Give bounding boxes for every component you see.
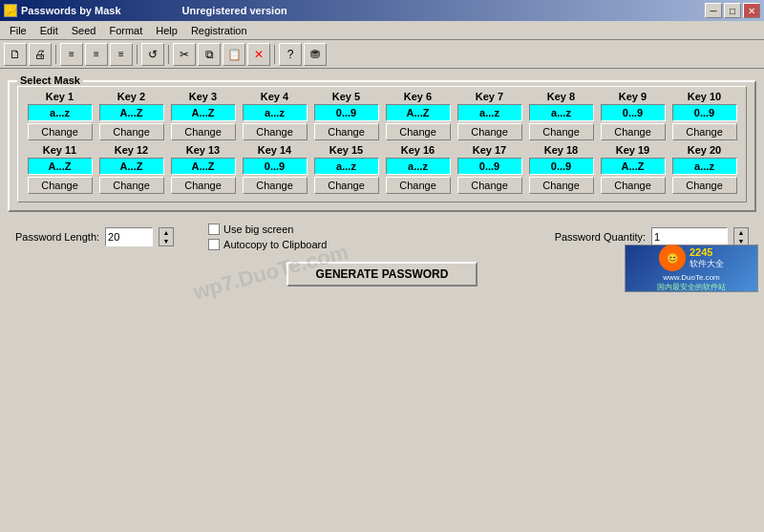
autocopy-row: Autocopy to Clipboard	[208, 239, 327, 250]
ad-url: www.DuoTe.com	[663, 273, 720, 282]
key-6-change-button[interactable]: Change	[386, 123, 451, 140]
key-18-value: 0...9	[529, 158, 594, 175]
key-11-change-button[interactable]: Change	[28, 177, 93, 194]
undo-button[interactable]: ↺	[141, 43, 164, 66]
ad-icon: 😊	[659, 245, 686, 271]
key-10-label: Key 10	[688, 91, 721, 102]
password-length-group: Password Length: 20 ▲ ▼	[15, 227, 174, 246]
key-cell-1: Key 1 a...z Change	[26, 91, 94, 140]
copy-button[interactable]: ⧉	[198, 43, 221, 66]
password-quantity-input[interactable]: 1	[651, 227, 728, 246]
key-cell-4: Key 4 a...z Change	[241, 91, 308, 140]
key-15-change-button[interactable]: Change	[314, 177, 379, 194]
close-button[interactable]: ✕	[743, 3, 760, 18]
key-16-value: a...z	[386, 158, 451, 175]
password-quantity-label: Password Quantity:	[555, 231, 646, 243]
autocopy-checkbox[interactable]	[208, 239, 220, 250]
key-15-label: Key 15	[329, 144, 363, 156]
key-cell-10: Key 10 0...9 Change	[670, 91, 738, 140]
app-title: Passwords by Mask	[21, 5, 121, 16]
delete-button[interactable]: ✕	[247, 43, 270, 66]
ad-logo: 2245	[690, 246, 724, 258]
key-6-label: Key 6	[404, 91, 432, 102]
key-4-change-button[interactable]: Change	[243, 123, 308, 140]
key-20-change-button[interactable]: Change	[672, 177, 737, 194]
separator-2	[137, 45, 138, 64]
new-button[interactable]: 🗋	[4, 43, 27, 66]
key-cell-3: Key 3 A...Z Change	[169, 91, 237, 140]
key-1-change-button[interactable]: Change	[28, 123, 93, 140]
menu-file[interactable]: File	[4, 23, 32, 38]
key-19-value: A...Z	[601, 158, 666, 175]
key-10-change-button[interactable]: Change	[672, 123, 737, 140]
key-cell-16: Key 16 a...z Change	[384, 144, 452, 194]
menu-bar: File Edit Seed Format Help Registration	[0, 21, 764, 40]
menu-registration[interactable]: Registration	[185, 23, 253, 38]
paste-button[interactable]: 📋	[223, 43, 245, 66]
key-8-change-button[interactable]: Change	[529, 123, 594, 140]
menu-format[interactable]: Format	[103, 23, 148, 38]
menu-edit[interactable]: Edit	[34, 23, 64, 38]
key-cell-14: Key 14 0...9 Change	[241, 144, 308, 194]
key-20-label: Key 20	[688, 144, 721, 156]
spin-up-icon[interactable]: ▲	[159, 228, 173, 237]
key-13-label: Key 13	[186, 144, 220, 156]
align-left-button[interactable]: ≡	[60, 43, 83, 66]
help-button[interactable]: ?	[279, 43, 302, 66]
key-3-change-button[interactable]: Change	[171, 123, 236, 140]
autocopy-label: Autocopy to Clipboard	[223, 239, 327, 250]
key-14-change-button[interactable]: Change	[243, 177, 308, 194]
key-5-value: 0...9	[314, 104, 379, 121]
key-12-change-button[interactable]: Change	[99, 177, 164, 194]
key-cell-6: Key 6 A...Z Change	[384, 91, 452, 140]
menu-help[interactable]: Help	[150, 23, 183, 38]
options-group: Use big screen Autocopy to Clipboard	[208, 223, 327, 250]
key-1-label: Key 1	[46, 91, 74, 102]
key-5-label: Key 5	[332, 91, 360, 102]
password-quantity-spinner[interactable]: ▲ ▼	[733, 227, 749, 246]
info-button[interactable]: ⛃	[304, 43, 327, 66]
key-cell-8: Key 8 a...z Change	[527, 91, 595, 140]
key-8-value: a...z	[529, 104, 594, 121]
key-11-label: Key 11	[43, 144, 76, 156]
password-length-input[interactable]: 20	[105, 227, 153, 246]
align-right-button[interactable]: ≡	[110, 43, 133, 66]
password-length-spinner[interactable]: ▲ ▼	[159, 227, 174, 246]
group-box-inner: Key 1 a...z Change Key 2 A...Z Change Ke…	[17, 86, 747, 202]
key-9-label: Key 9	[619, 91, 647, 102]
menu-seed[interactable]: Seed	[66, 23, 102, 38]
key-16-change-button[interactable]: Change	[386, 177, 451, 194]
key-4-label: Key 4	[261, 91, 288, 102]
maximize-button[interactable]: □	[724, 3, 741, 18]
key-7-value: a...z	[457, 104, 522, 121]
password-length-label: Password Length:	[15, 231, 99, 243]
key-cell-19: Key 19 A...Z Change	[599, 144, 667, 194]
use-big-screen-checkbox[interactable]	[208, 223, 220, 235]
align-center-button[interactable]: ≡	[85, 43, 108, 66]
generate-password-button[interactable]: GENERATE PASSWORD	[286, 262, 478, 287]
key-cell-17: Key 17 0...9 Change	[456, 144, 523, 194]
minimize-button[interactable]: ─	[705, 3, 722, 18]
key-14-value: 0...9	[243, 158, 308, 175]
key-13-change-button[interactable]: Change	[171, 177, 236, 194]
key-cell-7: Key 7 a...z Change	[456, 91, 523, 140]
key-5-change-button[interactable]: Change	[314, 123, 379, 140]
key-14-label: Key 14	[258, 144, 291, 156]
use-big-screen-label: Use big screen	[223, 223, 293, 235]
bottom-ad: 😊 2245 软件大全 www.DuoTe.com 国内最安全的软件站	[625, 245, 758, 292]
key-9-change-button[interactable]: Change	[601, 123, 666, 140]
spin-down-icon[interactable]: ▼	[159, 237, 173, 245]
qty-spin-up-icon[interactable]: ▲	[734, 228, 748, 237]
key-11-value: A...Z	[28, 158, 93, 175]
key-2-change-button[interactable]: Change	[99, 123, 164, 140]
key-18-change-button[interactable]: Change	[529, 177, 594, 194]
key-cell-11: Key 11 A...Z Change	[26, 144, 94, 194]
print-button[interactable]: 🖨	[29, 43, 52, 66]
cut-button[interactable]: ✂	[173, 43, 196, 66]
key-cell-20: Key 20 a...z Change	[670, 144, 738, 194]
key-20-value: a...z	[672, 158, 737, 175]
key-8-label: Key 8	[547, 91, 575, 102]
key-7-change-button[interactable]: Change	[457, 123, 522, 140]
key-17-change-button[interactable]: Change	[457, 177, 522, 194]
key-19-change-button[interactable]: Change	[601, 177, 666, 194]
